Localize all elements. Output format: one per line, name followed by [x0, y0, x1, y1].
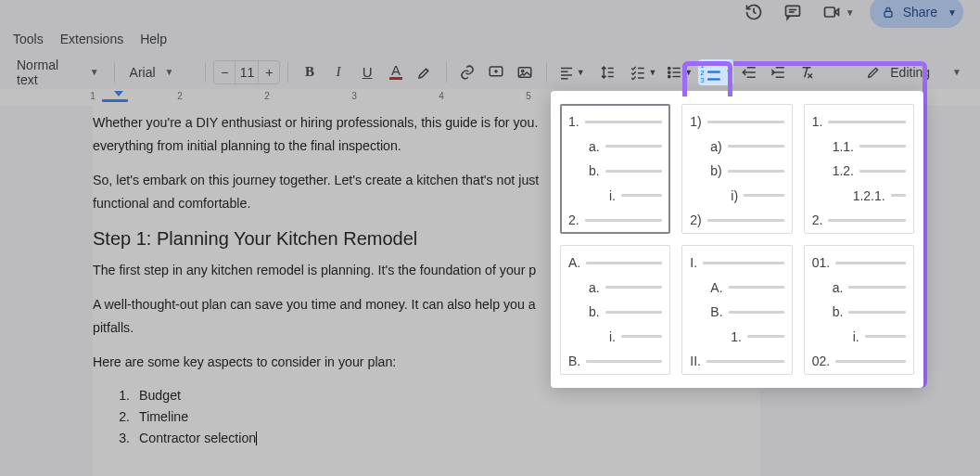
indent-icon: [770, 64, 786, 81]
font-size-decrease[interactable]: −: [214, 65, 235, 80]
list-style-option-2[interactable]: 1) a) b) i) 2): [681, 104, 792, 234]
svg-point-24: [668, 75, 670, 77]
meet-button[interactable]: ▼: [820, 0, 855, 24]
font-dropdown[interactable]: Arial ▼: [122, 59, 198, 85]
chevron-down-icon: ▼: [725, 68, 733, 77]
menu-extensions[interactable]: Extensions: [60, 32, 123, 46]
svg-point-10: [522, 70, 524, 71]
comment-plus-icon: [488, 64, 504, 81]
chevron-down-icon: ▼: [90, 67, 99, 77]
svg-point-22: [668, 67, 670, 69]
clear-formatting-button[interactable]: [793, 59, 820, 85]
share-label: Share: [903, 5, 937, 19]
chevron-down-icon: ▼: [648, 68, 656, 77]
svg-rect-0: [785, 6, 799, 16]
font-size-value[interactable]: 11: [235, 61, 259, 84]
separator: [546, 62, 547, 83]
insert-link-button[interactable]: [454, 59, 481, 85]
list-style-option-1[interactable]: 1. a. b. i. 2.: [560, 104, 670, 234]
list-style-option-4[interactable]: A. a. b. i. B.: [560, 245, 670, 375]
text-cursor: [256, 431, 257, 445]
outdent-icon: [741, 64, 757, 81]
list-style-option-5[interactable]: I. A. B. 1. II.: [681, 245, 792, 375]
menu-tools[interactable]: Tools: [13, 32, 44, 46]
text-color-button[interactable]: A: [383, 59, 410, 85]
ordered-list: 1.Budget 2.Timeline 3.Contractor selecti…: [93, 385, 760, 448]
list-style-option-3[interactable]: 1. 1.1. 1.2. 1.2.1. 2.: [804, 104, 914, 234]
bold-button[interactable]: B: [296, 59, 323, 85]
menu-help[interactable]: Help: [140, 32, 167, 46]
line-spacing-icon: [599, 64, 616, 81]
align-button[interactable]: ▼: [554, 59, 589, 85]
italic-icon: I: [337, 64, 341, 80]
link-icon: [459, 64, 476, 81]
title-bar: ▼ Share ▼: [0, 0, 980, 24]
menu-bar: Tools Extensions Help: [0, 24, 980, 54]
bullet-list-button[interactable]: ▼: [662, 59, 696, 85]
share-dropdown[interactable]: ▼: [941, 0, 963, 28]
version-history-icon[interactable]: [742, 0, 766, 24]
align-left-icon: [558, 64, 575, 81]
lock-icon: [881, 5, 896, 19]
separator: [446, 62, 447, 83]
bold-icon: B: [305, 64, 314, 80]
font-size-increase[interactable]: +: [259, 65, 279, 80]
bullet-list-icon: [666, 64, 682, 81]
line-spacing-button[interactable]: [591, 59, 625, 85]
comments-icon[interactable]: [781, 0, 805, 24]
text-color-icon: A: [389, 64, 402, 80]
numbered-list-button[interactable]: 1 2 3 ▼: [698, 59, 733, 85]
chevron-down-icon: ▼: [165, 67, 174, 77]
svg-text:3: 3: [700, 76, 705, 84]
indent-button[interactable]: [764, 59, 791, 85]
mode-dropdown[interactable]: Editing ▼: [857, 59, 971, 85]
separator: [114, 62, 115, 83]
checklist-button[interactable]: ▼: [626, 59, 660, 85]
toolbar: Normal text ▼ Arial ▼ − 11 + B I U A ▼ ▼: [0, 54, 980, 89]
paragraph-style-dropdown[interactable]: Normal text ▼: [9, 59, 107, 85]
svg-rect-5: [885, 11, 892, 17]
chevron-down-icon: ▼: [846, 7, 855, 18]
underline-button[interactable]: U: [354, 59, 381, 85]
list-item[interactable]: 1.Budget: [93, 385, 760, 406]
svg-point-23: [668, 71, 670, 72]
list-style-option-6[interactable]: 01. a. b. i. 02.: [804, 245, 914, 375]
underline-icon: U: [363, 64, 373, 80]
chevron-down-icon: ▼: [948, 7, 957, 18]
italic-button[interactable]: I: [325, 59, 351, 85]
chevron-down-icon: ▼: [952, 67, 961, 77]
share-button[interactable]: Share: [870, 0, 950, 28]
numbered-list-icon: 1 2 3: [698, 59, 723, 84]
chevron-down-icon: ▼: [684, 68, 693, 77]
font-size-stepper: − 11 +: [213, 60, 280, 84]
list-item[interactable]: 2.Timeline: [93, 406, 760, 428]
separator: [287, 62, 288, 83]
clear-format-icon: [798, 64, 815, 81]
camera-icon: [820, 0, 844, 24]
image-icon: [516, 64, 533, 81]
insert-image-button[interactable]: [512, 59, 539, 85]
highlight-button[interactable]: [412, 59, 439, 85]
separator: [205, 62, 206, 83]
list-item[interactable]: 3.Contractor selection: [93, 428, 760, 449]
numbered-list-styles-popup: 1. a. b. i. 2. 1) a) b) i) 2) 1. 1.1. 1.…: [551, 91, 923, 388]
svg-rect-3: [824, 7, 834, 17]
checklist-icon: [630, 64, 646, 81]
pencil-icon: [866, 65, 881, 80]
outdent-button[interactable]: [735, 59, 762, 85]
chevron-down-icon: ▼: [577, 68, 585, 77]
highlighter-icon: [416, 64, 433, 81]
add-comment-button[interactable]: [483, 59, 510, 85]
